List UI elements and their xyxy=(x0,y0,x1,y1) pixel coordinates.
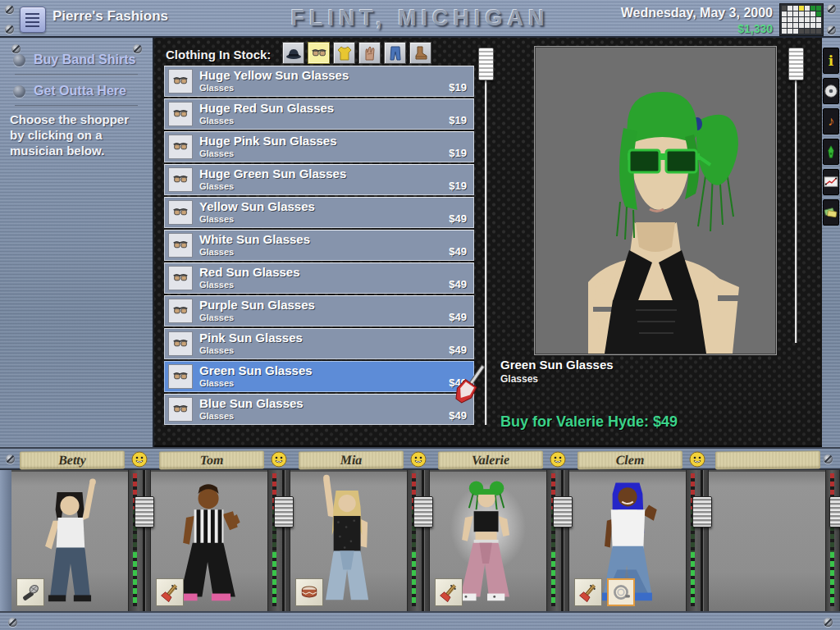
item-title: Purple Sun Glasses xyxy=(199,298,315,312)
smiley-icon[interactable] xyxy=(410,451,427,468)
item-price: $19 xyxy=(449,180,467,192)
menu-list-icon[interactable] xyxy=(20,7,46,33)
smiley-icon[interactable] xyxy=(271,451,287,468)
item-row-red-sun-glasses[interactable]: Red Sun GlassesGlasses$49 xyxy=(164,262,474,294)
item-price: $49 xyxy=(449,377,467,389)
guitar-icon[interactable] xyxy=(574,578,602,606)
musician-cell-empty[interactable] xyxy=(709,470,825,611)
band-stage xyxy=(0,470,840,611)
musician-cell-mia[interactable] xyxy=(290,470,407,611)
item-title: Yellow Sun Glasses xyxy=(199,199,315,213)
volume-fader[interactable] xyxy=(413,496,433,527)
calendar-day-cell xyxy=(805,11,810,16)
item-subtitle: Glasses xyxy=(199,313,234,322)
sunglasses-icon xyxy=(168,331,193,356)
level-meter xyxy=(133,473,137,606)
item-row-huge-green-sun-glasses[interactable]: Huge Green Sun GlassesGlasses$19 xyxy=(164,164,474,195)
item-row-huge-pink-sun-glasses[interactable]: Huge Pink Sun GlassesGlasses$19 xyxy=(164,131,474,162)
microphone-icon[interactable] xyxy=(16,578,44,606)
calendar-widget[interactable] xyxy=(779,3,824,36)
item-subtitle: Glasses xyxy=(199,378,234,388)
chart-icon[interactable] xyxy=(823,169,839,195)
item-row-pink-sun-glasses[interactable]: Pink Sun GlassesGlasses$49 xyxy=(164,328,474,359)
name-plate-tom[interactable]: Tom xyxy=(159,450,264,469)
musician-cell-clem[interactable] xyxy=(569,470,686,611)
item-title: White Sun Glasses xyxy=(199,232,310,246)
money-icon[interactable] xyxy=(823,199,839,226)
name-plate-betty[interactable]: Betty xyxy=(20,450,125,469)
stage-edge xyxy=(0,470,11,611)
volume-fader[interactable] xyxy=(274,496,294,527)
calendar-day-cell xyxy=(788,29,792,34)
category-pants-button[interactable] xyxy=(384,42,406,64)
item-row-green-sun-glasses[interactable]: Green Sun GlassesGlasses$49 xyxy=(164,361,474,392)
green-guitar-icon[interactable] xyxy=(823,139,839,165)
sunglasses-icon xyxy=(168,397,193,422)
list-scrollbar-handle[interactable] xyxy=(478,48,494,80)
bottom-strip xyxy=(0,611,840,630)
volume-fader[interactable] xyxy=(692,496,712,527)
musician-cell-tom[interactable] xyxy=(151,470,267,611)
category-glasses-button[interactable] xyxy=(308,42,330,64)
name-plate-valerie[interactable]: Valerie xyxy=(438,450,543,469)
item-title: Pink Sun Glasses xyxy=(199,331,303,345)
item-row-huge-red-sun-glasses[interactable]: Huge Red Sun GlassesGlasses$19 xyxy=(164,98,474,130)
volume-fader[interactable] xyxy=(829,496,840,527)
calendar-day-cell xyxy=(816,11,821,16)
item-row-yellow-sun-glasses[interactable]: Yellow Sun GlassesGlasses$49 xyxy=(164,197,474,228)
cd-icon[interactable] xyxy=(823,78,839,104)
guitar-icon[interactable] xyxy=(156,578,184,606)
get-outta-here-label: Get Outta Here xyxy=(34,84,126,98)
smiley-icon[interactable] xyxy=(131,451,148,468)
name-plate-mia[interactable]: Mia xyxy=(299,450,404,469)
sunglasses-icon xyxy=(168,299,193,323)
category-boots-button[interactable] xyxy=(409,42,431,64)
musician-cell-betty[interactable] xyxy=(11,470,128,611)
musician-cell-valerie[interactable] xyxy=(430,470,546,611)
get-outta-here-button[interactable]: Get Outta Here xyxy=(13,84,126,98)
item-row-purple-sun-glasses[interactable]: Purple Sun GlassesGlasses$49 xyxy=(164,295,474,326)
screw-icon xyxy=(5,5,14,14)
preview-scrollbar-handle[interactable] xyxy=(788,48,804,80)
drum-icon[interactable] xyxy=(295,578,323,606)
category-buttons xyxy=(282,42,431,64)
calendar-day-cell xyxy=(810,6,815,11)
calendar-day-cell xyxy=(805,6,810,11)
preview-scrollbar-track[interactable] xyxy=(795,51,797,343)
list-scrollbar-track[interactable] xyxy=(485,51,486,425)
calendar-day-cell xyxy=(810,29,815,34)
item-title: Huge Red Sun Glasses xyxy=(199,101,334,115)
cable-icon[interactable] xyxy=(607,578,635,606)
band-names-row: Betty Tom Mia Valerie Clem xyxy=(0,447,840,470)
item-row-huge-yellow-sun-glasses[interactable]: Huge Yellow Sun GlassesGlasses$19 xyxy=(164,66,474,97)
volume-fader[interactable] xyxy=(553,496,573,527)
buy-band-shirts-button[interactable]: Buy Band Shirts xyxy=(13,52,135,67)
item-row-white-sun-glasses[interactable]: White Sun GlassesGlasses$49 xyxy=(164,230,474,261)
date-label: Wednesday, May 3, 2000 xyxy=(621,6,773,21)
item-price: $49 xyxy=(449,409,467,422)
calendar-day-cell xyxy=(788,11,792,16)
category-gloves-button[interactable] xyxy=(358,42,381,64)
item-subtitle: Glasses xyxy=(199,345,234,355)
smiley-icon[interactable] xyxy=(550,451,566,468)
category-hats-button[interactable] xyxy=(282,42,304,64)
name-plate-clem[interactable]: Clem xyxy=(578,450,682,469)
item-title: Huge Green Sun Glasses xyxy=(199,167,346,180)
category-shirts-button[interactable] xyxy=(333,42,355,64)
buy-button[interactable]: Buy for Valerie Hyde: $49 xyxy=(500,413,678,431)
calendar-day-cell xyxy=(793,11,798,16)
volume-fader[interactable] xyxy=(135,496,154,527)
divider xyxy=(15,105,138,107)
item-row-blue-sun-glasses[interactable]: Blue Sun GlassesGlasses$49 xyxy=(164,394,474,425)
music-note-icon[interactable]: ♪ xyxy=(823,108,839,135)
calendar-day-cell xyxy=(805,23,810,28)
smiley-icon[interactable] xyxy=(689,451,705,468)
screw-icon xyxy=(824,618,833,627)
guitar-icon[interactable] xyxy=(435,578,463,606)
level-meter xyxy=(272,473,276,606)
level-meter xyxy=(830,473,834,606)
info-icon[interactable]: i xyxy=(823,48,839,74)
fader-track xyxy=(422,470,424,611)
calendar-day-cell xyxy=(782,11,787,16)
item-price: $49 xyxy=(449,344,467,356)
